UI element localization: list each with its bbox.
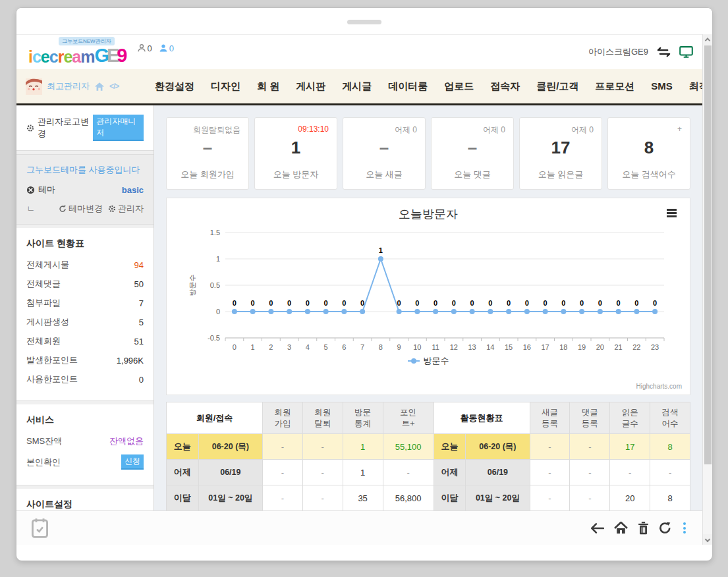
logo-change-label[interactable]: 관리자로고변경 bbox=[38, 116, 93, 140]
status-value: 0 bbox=[139, 375, 144, 385]
nav-item-3[interactable]: 회 원 bbox=[257, 80, 279, 93]
card-value: 17 bbox=[520, 138, 602, 158]
period-cell: 오늘 bbox=[167, 434, 199, 460]
status-row: 전체회원51 bbox=[26, 335, 144, 347]
gear-icon bbox=[108, 205, 116, 213]
svg-text:0: 0 bbox=[470, 299, 474, 307]
theme-change-link[interactable]: 테마변경 bbox=[59, 203, 103, 215]
theme-admin-link[interactable]: 관리자 bbox=[108, 203, 144, 215]
date-cell: 06-20 (목) bbox=[198, 434, 262, 460]
card-top-label: + bbox=[677, 124, 682, 134]
svg-text:0: 0 bbox=[415, 299, 419, 307]
value-cell: - bbox=[530, 485, 570, 511]
nav-item-2[interactable]: 디자인 bbox=[211, 80, 240, 93]
site-name: 아이스크림GE9 bbox=[588, 46, 648, 58]
delete-button[interactable] bbox=[638, 522, 649, 535]
settings-title: 사이트설정 bbox=[26, 499, 144, 510]
status-value: 7 bbox=[139, 298, 144, 308]
value-cell: - bbox=[263, 485, 303, 511]
stat-card-1[interactable]: 회원탈퇴없음–오늘 회원가입 bbox=[166, 117, 249, 190]
cell-value: - bbox=[406, 468, 409, 478]
app-header: 그누보드NEW관리자 icecream GE9 0 0 아이스크림GE9 bbox=[16, 35, 702, 69]
cell-value: - bbox=[548, 442, 551, 452]
stat-card-2[interactable]: 09:13:101오늘 방문자 bbox=[254, 117, 337, 190]
svg-text:0: 0 bbox=[434, 299, 437, 307]
cell-value: 56,800 bbox=[395, 493, 422, 503]
card-top-label: 어제 0 bbox=[571, 124, 594, 136]
swap-arrows-icon[interactable] bbox=[657, 47, 671, 57]
status-label: 사용한포인트 bbox=[26, 373, 78, 385]
cell-value: - bbox=[629, 468, 631, 478]
svg-text:22: 22 bbox=[632, 343, 640, 351]
theme-value[interactable]: basic bbox=[122, 185, 144, 195]
status-row: 발생한포인트1,996K bbox=[26, 354, 144, 366]
theme-label: 테마 bbox=[38, 184, 55, 196]
code-link-icon[interactable]: </> bbox=[109, 82, 119, 91]
scroll-up-button[interactable] bbox=[703, 34, 712, 45]
admin-manager-button[interactable]: 관리자매니저 bbox=[93, 115, 144, 141]
stat-card-3[interactable]: 어제 0–오늘 새글 bbox=[343, 117, 426, 190]
home-button[interactable] bbox=[614, 522, 628, 534]
stat-card-6[interactable]: +8오늘 검색어수 bbox=[607, 117, 690, 190]
logo[interactable]: 그누보드NEW관리자 icecream GE9 bbox=[28, 38, 125, 67]
window-drag-handle[interactable] bbox=[347, 20, 381, 24]
nav-item-9[interactable]: 클린/고객 bbox=[536, 80, 578, 93]
svg-text:0: 0 bbox=[342, 299, 346, 307]
scroll-down-button[interactable] bbox=[703, 534, 712, 545]
nav-item-1[interactable]: 환경설정 bbox=[155, 80, 194, 93]
nav-item-6[interactable]: 데이터룸 bbox=[388, 80, 428, 93]
svg-text:8: 8 bbox=[379, 343, 383, 351]
more-options-button[interactable] bbox=[681, 522, 688, 534]
svg-text:0: 0 bbox=[544, 299, 547, 307]
nav-item-8[interactable]: 접속자 bbox=[490, 80, 520, 93]
value-cell: - bbox=[383, 460, 434, 485]
chart-context-menu-icon[interactable] bbox=[667, 209, 677, 217]
window-title-bar bbox=[16, 8, 712, 34]
scrollbar[interactable] bbox=[702, 34, 712, 545]
nav-item-10[interactable]: 프로모션 bbox=[595, 80, 634, 93]
back-button[interactable] bbox=[590, 522, 604, 534]
person-filled-icon bbox=[159, 43, 168, 53]
cell-value: - bbox=[281, 442, 284, 452]
svg-text:20: 20 bbox=[596, 343, 604, 351]
svg-text:19: 19 bbox=[578, 343, 586, 351]
nav-item-5[interactable]: 게시글 bbox=[342, 80, 372, 93]
value-cell: - bbox=[650, 460, 690, 485]
admin-name[interactable]: 최고관리자 bbox=[47, 80, 90, 92]
svg-text:0: 0 bbox=[598, 299, 602, 307]
service-value-badge[interactable]: 신청 bbox=[121, 454, 144, 470]
chart-legend[interactable]: 방문수 bbox=[167, 355, 690, 367]
service-row: SMS잔액잔액없음 bbox=[26, 435, 144, 447]
tasks-button[interactable] bbox=[31, 518, 49, 538]
table-group-member-access: 회원/접속 bbox=[167, 402, 263, 434]
trash-icon bbox=[638, 522, 649, 535]
highcharts-credit[interactable]: Highcharts.com bbox=[636, 383, 682, 390]
cell-value: - bbox=[669, 468, 671, 478]
online-counter[interactable]: 0 bbox=[137, 43, 152, 53]
nav-item-7[interactable]: 업로드 bbox=[444, 80, 474, 93]
stat-card-5[interactable]: 어제 017오늘 읽은글 bbox=[519, 117, 602, 190]
logo-letter: e bbox=[63, 47, 72, 66]
svg-text:11: 11 bbox=[432, 343, 439, 351]
status-value: 5 bbox=[139, 317, 144, 327]
card-label: 오늘 새글 bbox=[343, 169, 425, 180]
status-label: 게시판생성 bbox=[26, 316, 69, 328]
monitor-icon[interactable] bbox=[679, 46, 693, 58]
refresh-button[interactable] bbox=[659, 522, 671, 534]
member-counter[interactable]: 0 bbox=[159, 43, 174, 53]
nav-item-4[interactable]: 게시판 bbox=[296, 80, 325, 93]
table-col-header: 회원 탈퇴 bbox=[302, 402, 343, 434]
status-row: 사용한포인트0 bbox=[26, 373, 144, 385]
svg-text:0: 0 bbox=[452, 299, 456, 307]
value-cell: - bbox=[570, 460, 610, 485]
sidebar-settings-section: 사이트설정 회원가입메일인증안함네이버신디케이션안함 bbox=[16, 489, 154, 510]
scrollbar-thumb[interactable] bbox=[704, 45, 712, 464]
svg-text:0: 0 bbox=[306, 299, 310, 307]
cell-value: 1 bbox=[360, 468, 365, 478]
stat-card-4[interactable]: 어제 0–오늘 댓글 bbox=[431, 117, 514, 190]
service-row: 본인확인신청 bbox=[26, 454, 144, 470]
nav-item-11[interactable]: SMS bbox=[651, 80, 673, 93]
admin-avatar[interactable] bbox=[26, 78, 42, 95]
home-link-icon[interactable] bbox=[94, 82, 105, 92]
card-value: 1 bbox=[255, 138, 337, 158]
